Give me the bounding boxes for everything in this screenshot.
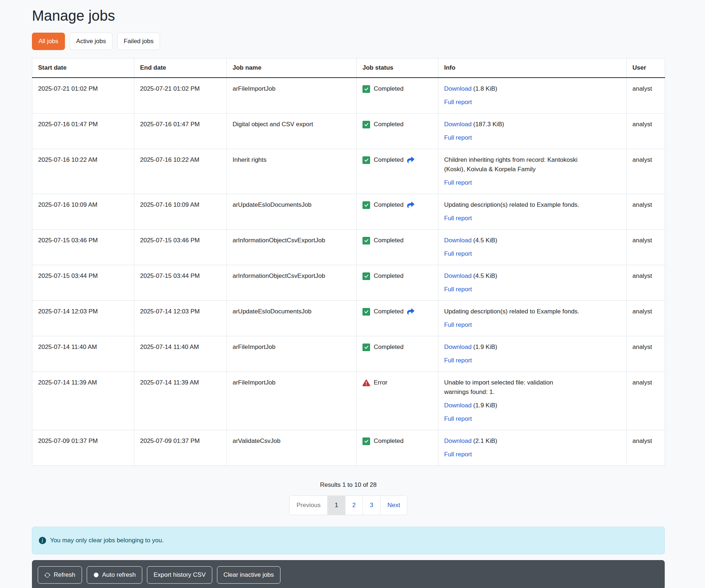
download-link[interactable]: Download xyxy=(444,85,472,92)
alert-text: You may only clear jobs belonging to you… xyxy=(50,536,164,545)
share-arrow-icon[interactable] xyxy=(407,156,414,166)
job-name-cell: arValidateCsvJob xyxy=(227,430,357,466)
download-size: (1.8 KiB) xyxy=(473,85,497,92)
user-cell: analyst xyxy=(627,194,665,230)
user-cell: analyst xyxy=(627,301,665,336)
column-header-job-status: Job status xyxy=(357,58,438,78)
status-label: Completed xyxy=(374,236,403,245)
share-arrow-icon[interactable] xyxy=(407,201,414,211)
download-size: (187.3 KiB) xyxy=(473,121,504,128)
full-report-link[interactable]: Full report xyxy=(444,286,472,293)
download-link[interactable]: Download xyxy=(444,437,472,444)
completed-check-icon xyxy=(362,308,370,318)
auto-refresh-button[interactable]: Auto refresh xyxy=(87,566,143,584)
table-header-row: Start date End date Job name Job status … xyxy=(32,58,665,78)
pagination-next[interactable]: Next xyxy=(381,496,407,515)
start-date-cell: 2025-07-14 11:39 AM xyxy=(32,372,134,430)
download-link[interactable]: Download xyxy=(444,344,472,350)
column-header-job-name: Job name xyxy=(227,58,357,78)
table-row: 2025-07-16 10:09 AM 2025-07-16 10:09 AM … xyxy=(32,194,665,230)
table-row: 2025-07-14 11:39 AM 2025-07-14 11:39 AM … xyxy=(32,372,665,430)
export-history-csv-button[interactable]: Export history CSV xyxy=(147,566,212,584)
user-cell: analyst xyxy=(627,230,665,265)
job-status-cell: Completed xyxy=(357,265,438,301)
completed-check-icon xyxy=(362,272,370,283)
download-size: (1.9 KiB) xyxy=(473,402,497,409)
filter-failed-jobs-button[interactable]: Failed jobs xyxy=(117,33,160,50)
full-report-link[interactable]: Full report xyxy=(444,179,472,186)
pagination: Previous 1 2 3 Next xyxy=(32,496,665,515)
table-row: 2025-07-14 11:40 AM 2025-07-14 11:40 AM … xyxy=(32,336,665,372)
full-report-link[interactable]: Full report xyxy=(444,134,472,141)
download-size: (1.9 KiB) xyxy=(473,344,497,350)
full-report-link[interactable]: Full report xyxy=(444,321,472,328)
pagination-page-2[interactable]: 2 xyxy=(345,496,363,515)
start-date-cell: 2025-07-16 01:47 PM xyxy=(32,114,134,149)
job-name-cell: arUpdateEsIoDocumentsJob xyxy=(227,301,357,336)
job-status-cell: Completed xyxy=(357,430,438,466)
status-label: Completed xyxy=(374,307,403,316)
pagination-page-1[interactable]: 1 xyxy=(328,496,345,515)
start-date-cell: 2025-07-15 03:44 PM xyxy=(32,265,134,301)
share-arrow-icon[interactable] xyxy=(407,308,414,318)
job-status-cell: Completed xyxy=(357,78,438,114)
start-date-cell: 2025-07-14 12:03 PM xyxy=(32,301,134,336)
job-name-cell: arFileImportJob xyxy=(227,372,357,430)
download-size: (4.5 KiB) xyxy=(473,237,497,244)
info-cell: Download (4.5 KiB) Full report xyxy=(438,230,627,265)
job-status-cell: Completed xyxy=(357,336,438,372)
refresh-button[interactable]: Refresh xyxy=(38,566,82,584)
info-cell: Download (1.9 KiB) Full report xyxy=(438,336,627,372)
download-link[interactable]: Download xyxy=(444,272,472,279)
full-report-link[interactable]: Full report xyxy=(444,357,472,364)
status-label: Completed xyxy=(374,155,403,165)
refresh-label: Refresh xyxy=(54,570,75,580)
table-row: 2025-07-09 01:37 PM 2025-07-09 01:37 PM … xyxy=(32,430,665,466)
status-label: Completed xyxy=(374,436,403,446)
job-name-cell: arUpdateEsIoDocumentsJob xyxy=(227,194,357,230)
end-date-cell: 2025-07-14 11:39 AM xyxy=(134,372,227,430)
user-cell: analyst xyxy=(627,372,665,430)
user-cell: analyst xyxy=(627,78,665,114)
start-date-cell: 2025-07-16 10:22 AM xyxy=(32,149,134,194)
download-link[interactable]: Download xyxy=(444,237,472,244)
full-report-link[interactable]: Full report xyxy=(444,215,472,222)
table-row: 2025-07-14 12:03 PM 2025-07-14 12:03 PM … xyxy=(32,301,665,336)
filter-all-jobs-button[interactable]: All jobs xyxy=(32,33,65,50)
download-link[interactable]: Download xyxy=(444,121,472,128)
table-row: 2025-07-15 03:44 PM 2025-07-15 03:44 PM … xyxy=(32,265,665,301)
auto-refresh-label: Auto refresh xyxy=(102,570,136,580)
user-cell: analyst xyxy=(627,430,665,466)
table-row: 2025-07-16 01:47 PM 2025-07-16 01:47 PM … xyxy=(32,114,665,149)
pagination-page-3[interactable]: 3 xyxy=(363,496,380,515)
download-link[interactable]: Download xyxy=(444,402,472,409)
full-report-link[interactable]: Full report xyxy=(444,451,472,458)
user-cell: analyst xyxy=(627,149,665,194)
export-history-csv-label: Export history CSV xyxy=(153,570,206,580)
status-label: Completed xyxy=(374,200,403,210)
info-cell: Download (4.5 KiB) Full report xyxy=(438,265,627,301)
completed-check-icon xyxy=(362,437,370,448)
clear-inactive-jobs-button[interactable]: Clear inactive jobs xyxy=(217,566,280,584)
info-alert: You may only clear jobs belonging to you… xyxy=(32,527,665,554)
table-row: 2025-07-21 01:02 PM 2025-07-21 01:02 PM … xyxy=(32,78,665,114)
full-report-link[interactable]: Full report xyxy=(444,415,472,422)
refresh-icon xyxy=(44,572,50,578)
completed-check-icon xyxy=(362,121,370,131)
info-text: Updating description(s) related to Examp… xyxy=(444,200,620,210)
error-warning-icon xyxy=(362,379,370,390)
status-label: Completed xyxy=(374,84,403,94)
start-date-cell: 2025-07-09 01:37 PM xyxy=(32,430,134,466)
clear-inactive-jobs-label: Clear inactive jobs xyxy=(224,570,274,580)
end-date-cell: 2025-07-21 01:02 PM xyxy=(134,78,227,114)
status-label: Error xyxy=(374,378,388,387)
auto-refresh-circle-icon xyxy=(93,572,99,578)
pagination-previous[interactable]: Previous xyxy=(290,496,328,515)
full-report-link[interactable]: Full report xyxy=(444,250,472,257)
full-report-link[interactable]: Full report xyxy=(444,99,472,106)
info-cell: Updating description(s) related to Examp… xyxy=(438,301,627,336)
download-size: (4.5 KiB) xyxy=(473,272,497,279)
end-date-cell: 2025-07-16 10:09 AM xyxy=(134,194,227,230)
status-label: Completed xyxy=(374,120,403,129)
filter-active-jobs-button[interactable]: Active jobs xyxy=(70,33,112,50)
